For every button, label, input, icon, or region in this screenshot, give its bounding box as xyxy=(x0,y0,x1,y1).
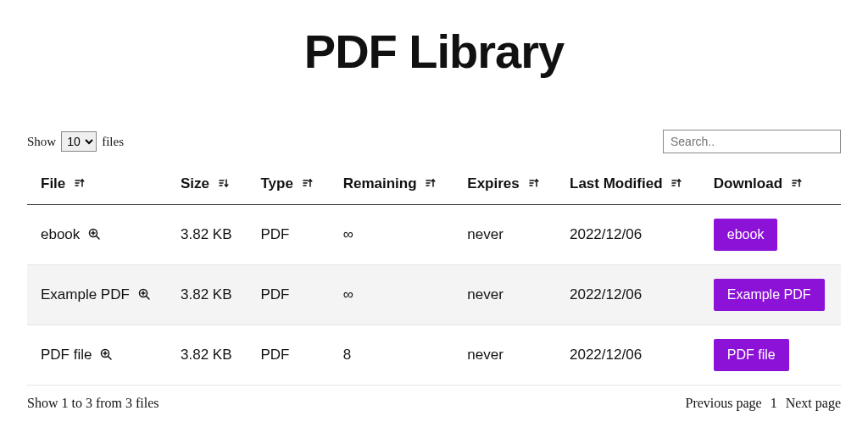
cell-size: 3.82 KB xyxy=(167,205,247,265)
next-page[interactable]: Next page xyxy=(786,396,841,411)
col-file[interactable]: File xyxy=(27,164,167,205)
col-remaining-label: Remaining xyxy=(343,175,417,191)
cell-file: Example PDF xyxy=(27,265,167,325)
cell-remaining: 8 xyxy=(330,325,454,386)
cell-type: PDF xyxy=(247,205,329,265)
magnifier-plus-icon[interactable] xyxy=(99,347,113,361)
search-input[interactable] xyxy=(663,130,841,153)
cell-expires: never xyxy=(453,205,556,265)
col-size[interactable]: Size xyxy=(167,164,247,205)
download-button[interactable]: PDF file xyxy=(714,339,789,371)
cell-last-modified: 2022/12/06 xyxy=(556,205,700,265)
col-type-label: Type xyxy=(260,175,292,191)
sort-icon xyxy=(670,176,683,190)
cell-last-modified: 2022/12/06 xyxy=(556,265,700,325)
cell-expires: never xyxy=(453,265,556,325)
cell-file: PDF file xyxy=(27,325,167,386)
col-type[interactable]: Type xyxy=(247,164,329,205)
cell-expires: never xyxy=(453,325,556,386)
col-remaining[interactable]: Remaining xyxy=(330,164,454,205)
table-row: Example PDF 3.82 KBPDF∞never2022/12/06Ex… xyxy=(27,265,841,325)
file-name: Example PDF xyxy=(41,286,130,302)
col-expires-label: Expires xyxy=(467,175,519,191)
magnifier-plus-icon[interactable] xyxy=(137,287,151,301)
page-size-control: Show 10 files xyxy=(27,131,124,152)
col-download-label: Download xyxy=(714,175,782,191)
col-size-label: Size xyxy=(181,175,209,191)
sort-icon xyxy=(73,176,86,190)
page-number: 1 xyxy=(771,396,777,411)
cell-remaining: ∞ xyxy=(330,265,454,325)
sort-icon xyxy=(527,176,541,190)
status-text: Show 1 to 3 from 3 files xyxy=(27,396,159,411)
file-name: PDF file xyxy=(41,347,92,363)
sort-icon xyxy=(301,176,314,190)
cell-download: Example PDF xyxy=(700,265,841,325)
download-button[interactable]: ebook xyxy=(714,219,778,251)
pagination: Previous page 1 Next page xyxy=(685,396,841,411)
table-row: ebook 3.82 KBPDF∞never2022/12/06ebook xyxy=(27,205,841,265)
cell-size: 3.82 KB xyxy=(167,325,247,386)
sort-icon xyxy=(790,176,804,190)
table-row: PDF file 3.82 KBPDF8never2022/12/06PDF f… xyxy=(27,325,841,386)
file-table: File Size Type xyxy=(27,164,841,386)
sort-icon xyxy=(217,176,231,190)
cell-last-modified: 2022/12/06 xyxy=(556,325,700,386)
page-title: PDF Library xyxy=(27,24,841,79)
show-label-post: files xyxy=(102,135,124,149)
show-label-pre: Show xyxy=(27,135,56,149)
cell-download: PDF file xyxy=(700,325,841,386)
cell-type: PDF xyxy=(247,325,329,386)
download-button[interactable]: Example PDF xyxy=(714,279,825,311)
file-name: ebook xyxy=(41,226,80,242)
cell-download: ebook xyxy=(700,205,841,265)
prev-page[interactable]: Previous page xyxy=(685,396,761,411)
magnifier-plus-icon[interactable] xyxy=(87,227,101,241)
cell-size: 3.82 KB xyxy=(167,265,247,325)
col-download[interactable]: Download xyxy=(700,164,841,205)
cell-file: ebook xyxy=(27,205,167,265)
col-last-modified-label: Last Modified xyxy=(570,175,663,191)
page-size-select[interactable]: 10 xyxy=(61,131,97,152)
cell-type: PDF xyxy=(247,265,329,325)
col-expires[interactable]: Expires xyxy=(453,164,556,205)
sort-icon xyxy=(424,176,437,190)
col-last-modified[interactable]: Last Modified xyxy=(556,164,700,205)
cell-remaining: ∞ xyxy=(330,205,454,265)
col-file-label: File xyxy=(41,175,65,191)
